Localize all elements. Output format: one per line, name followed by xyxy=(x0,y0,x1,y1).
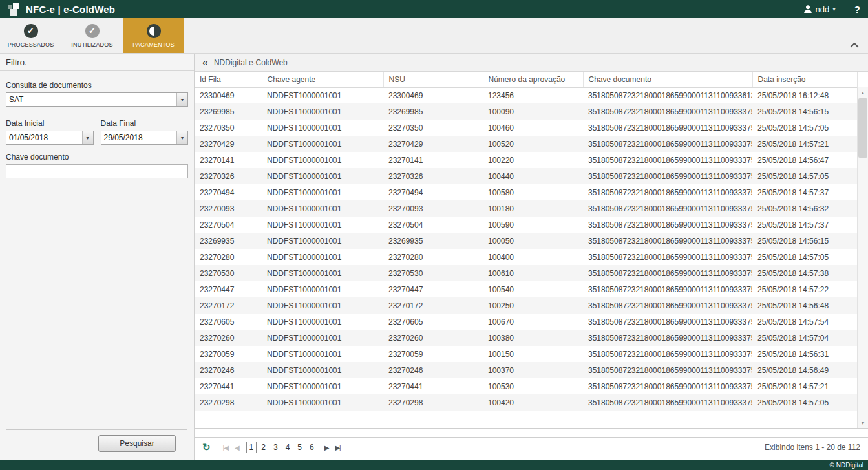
app-window: NFC-e | e-ColdWeb ndd ▾ ? ✓ PROCESSADOS xyxy=(0,0,868,470)
table-cell: 25/05/2018 16:12:48 xyxy=(752,87,857,103)
table-cell: 351805087232180001865990001131100933375 xyxy=(583,314,752,330)
page-button[interactable]: 3 xyxy=(270,442,281,453)
consulta-value: SAT xyxy=(6,93,176,106)
page-button[interactable]: 6 xyxy=(306,442,317,453)
scroll-up-icon[interactable]: ▲ xyxy=(858,87,868,98)
column-header[interactable]: Número da aprovação xyxy=(483,72,583,87)
table-header-row: Id FilaChave agenteNSUNúmero da aprovaçã… xyxy=(195,72,857,87)
previous-page-icon[interactable]: ◀ xyxy=(235,444,239,451)
data-final-value: 29/05/2018 xyxy=(101,131,177,144)
table-cell: 100420 xyxy=(483,394,583,411)
table-row[interactable]: 23300469NDDFST10000010012330046912345635… xyxy=(195,87,857,103)
table-cell: NDDFST1000001001 xyxy=(262,136,383,152)
table-row[interactable]: 23270494NDDFST10000010012327049410058035… xyxy=(195,184,857,200)
table-cell: 351805087232180001865990001131100933375 xyxy=(583,168,752,184)
table-row[interactable]: 23270441NDDFST10000010012327044110053035… xyxy=(195,378,857,394)
table-cell: 100180 xyxy=(483,200,583,217)
table-row[interactable]: 23270298NDDFST10000010012327029810042035… xyxy=(195,394,857,411)
scrollbar-thumb[interactable] xyxy=(858,98,867,158)
column-header[interactable]: Chave agente xyxy=(262,72,383,87)
column-header[interactable]: Chave documento xyxy=(583,72,752,87)
collapse-ribbon-icon[interactable] xyxy=(850,43,859,48)
user-icon xyxy=(803,5,812,14)
table-row[interactable]: 23270530NDDFST10000010012327053010061035… xyxy=(195,265,857,281)
table-cell: 25/05/2018 14:57:04 xyxy=(752,330,857,346)
table-row[interactable]: 23270350NDDFST10000010012327035010046035… xyxy=(195,120,857,136)
table-cell: 25/05/2018 14:56:15 xyxy=(752,233,857,249)
chevron-down-icon[interactable]: ▾ xyxy=(176,131,187,144)
chevron-down-icon[interactable]: ▾ xyxy=(176,93,187,106)
table-cell: 23270246 xyxy=(195,362,262,378)
table-cell: 100440 xyxy=(483,168,583,184)
table-cell: 100530 xyxy=(483,378,583,394)
table-cell: 100250 xyxy=(483,297,583,314)
column-header[interactable]: Id Fila xyxy=(195,72,262,87)
table-row[interactable]: 23270605NDDFST10000010012327060510067035… xyxy=(195,314,857,330)
table-cell: NDDFST1000001001 xyxy=(262,346,383,362)
table-row[interactable]: 23270246NDDFST10000010012327024610037035… xyxy=(195,362,857,378)
table-row[interactable]: 23270059NDDFST10000010012327005910015035… xyxy=(195,346,857,362)
data-inicial-select[interactable]: 01/05/2018 ▾ xyxy=(6,131,94,145)
chave-documento-input[interactable] xyxy=(6,164,188,178)
table-cell: 351805087232180001865990001131100933375 xyxy=(583,297,752,314)
table-row[interactable]: 23270260NDDFST10000010012327026010038035… xyxy=(195,330,857,346)
table-row[interactable]: 23270504NDDFST10000010012327050410059035… xyxy=(195,217,857,233)
consulta-select[interactable]: SAT ▾ xyxy=(6,92,188,107)
tab-inutilizados[interactable]: ✓ INUTILIZADOS xyxy=(61,18,123,53)
table-row[interactable]: 23270172NDDFST10000010012327017210025035… xyxy=(195,297,857,314)
table-cell: 100370 xyxy=(483,362,583,378)
table-cell: 351805087232180001865990001131100933375 xyxy=(583,200,752,217)
table-cell: 23270172 xyxy=(195,297,262,314)
column-header[interactable]: Data inserção xyxy=(752,72,857,87)
refresh-icon[interactable]: ↻ xyxy=(202,442,211,453)
table-cell: 23270280 xyxy=(195,249,262,265)
help-button[interactable]: ? xyxy=(854,4,860,15)
collapse-sidebar-icon[interactable]: « xyxy=(202,58,208,68)
table-row[interactable]: 23270447NDDFST10000010012327044710054035… xyxy=(195,281,857,297)
vertical-scrollbar[interactable]: ▲ ▼ xyxy=(857,72,868,428)
table-cell: 100220 xyxy=(483,152,583,168)
consulta-label: Consulta de documentos xyxy=(6,81,188,90)
table-cell: 23270530 xyxy=(383,265,483,281)
table-cell: 100460 xyxy=(483,120,583,136)
filter-panel: Filtro. Consulta de documentos SAT ▾ Dat… xyxy=(0,54,195,460)
pesquisar-button[interactable]: Pesquisar xyxy=(98,435,176,452)
scroll-down-icon[interactable]: ▼ xyxy=(858,418,868,428)
page-button[interactable]: 2 xyxy=(258,442,269,453)
table-cell: 23270504 xyxy=(195,217,262,233)
table-row[interactable]: 23270326NDDFST10000010012327032610044035… xyxy=(195,168,857,184)
table-cell: 23270530 xyxy=(195,265,262,281)
table-row[interactable]: 23270141NDDFST10000010012327014110022035… xyxy=(195,152,857,168)
scrollbar-track[interactable] xyxy=(858,98,868,418)
results-header: « NDDigital e-ColdWeb xyxy=(195,54,868,72)
first-page-icon[interactable]: |◀ xyxy=(223,444,228,451)
user-menu[interactable]: ndd ▾ xyxy=(803,5,836,14)
data-final-select[interactable]: 29/05/2018 ▾ xyxy=(101,131,189,145)
top-bar: NFC-e | e-ColdWeb ndd ▾ ? xyxy=(0,0,868,18)
table-cell: 23270298 xyxy=(195,394,262,411)
user-name: ndd xyxy=(816,5,830,14)
table-cell: NDDFST1000001001 xyxy=(262,249,383,265)
page-button[interactable]: 4 xyxy=(282,442,293,453)
next-page-icon[interactable]: ▶ xyxy=(324,444,329,451)
table-cell: 351805087232180001865990001131100933375 xyxy=(583,378,752,394)
column-header[interactable]: NSU xyxy=(383,72,483,87)
table-cell: 25/05/2018 14:56:31 xyxy=(752,346,857,362)
table-row[interactable]: 23269985NDDFST10000010012326998510009035… xyxy=(195,103,857,120)
table-row[interactable]: 23269935NDDFST10000010012326993510005035… xyxy=(195,233,857,249)
pagination-bar: ↻ |◀ ◀ 123456 ▶ ▶| Exibindo itens 1 - 20… xyxy=(195,437,868,457)
results-panel: « NDDigital e-ColdWeb Id FilaChave agent… xyxy=(195,54,868,460)
check-circle-icon: ✓ xyxy=(85,24,100,38)
table-row[interactable]: 23270280NDDFST10000010012327028010040035… xyxy=(195,249,857,265)
table-cell: 100050 xyxy=(483,233,583,249)
table-cell: NDDFST1000001001 xyxy=(262,281,383,297)
table-row[interactable]: 23270093NDDFST10000010012327009310018035… xyxy=(195,200,857,217)
tab-pagamentos[interactable]: PAGAMENTOS xyxy=(123,18,184,53)
last-page-icon[interactable]: ▶| xyxy=(335,444,340,451)
chevron-down-icon[interactable]: ▾ xyxy=(82,131,93,144)
table-cell: NDDFST1000001001 xyxy=(262,87,383,103)
tab-processados[interactable]: ✓ PROCESSADOS xyxy=(0,18,61,53)
page-button[interactable]: 1 xyxy=(246,442,257,453)
table-row[interactable]: 23270429NDDFST10000010012327042910052035… xyxy=(195,136,857,152)
page-button[interactable]: 5 xyxy=(294,442,305,453)
